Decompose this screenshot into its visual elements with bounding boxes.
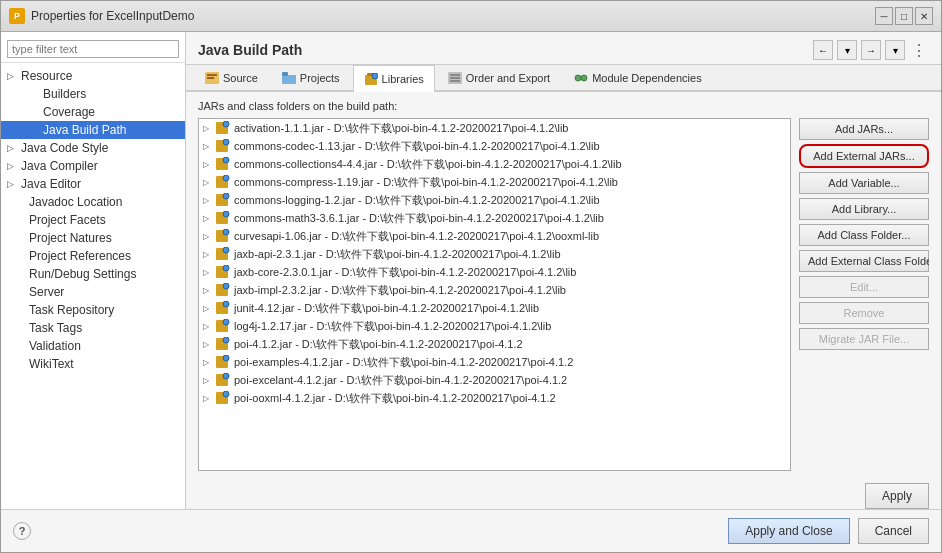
add-class-folder-button[interactable]: Add Class Folder... xyxy=(799,224,929,246)
jar-file-icon xyxy=(215,337,231,351)
sidebar-item-resource[interactable]: ▷ Resource xyxy=(1,67,185,85)
jar-item[interactable]: ▷ commons-math3-3.6.1.jar - D:\软件下载\poi-… xyxy=(199,209,790,227)
sidebar-item-javadoc-location[interactable]: Javadoc Location xyxy=(1,193,185,211)
edit-button[interactable]: Edit... xyxy=(799,276,929,298)
jar-item[interactable]: ▷ log4j-1.2.17.jar - D:\软件下载\poi-bin-4.1… xyxy=(199,317,790,335)
migrate-jar-button[interactable]: Migrate JAR File... xyxy=(799,328,929,350)
add-library-button[interactable]: Add Library... xyxy=(799,198,929,220)
sidebar-item-project-references[interactable]: Project References xyxy=(1,247,185,265)
close-button[interactable]: ✕ xyxy=(915,7,933,25)
buttons-panel: Add JARs... Add External JARs... Add Var… xyxy=(799,118,929,471)
jar-expand-icon: ▷ xyxy=(203,250,215,259)
maximize-button[interactable]: □ xyxy=(895,7,913,25)
jar-item[interactable]: ▷ jaxb-impl-2.3.2.jar - D:\软件下载\poi-bin-… xyxy=(199,281,790,299)
jar-item[interactable]: ▷ poi-examples-4.1.2.jar - D:\软件下载\poi-b… xyxy=(199,353,790,371)
jar-item[interactable]: ▷ commons-collections4-4.4.jar - D:\软件下载… xyxy=(199,155,790,173)
jar-item[interactable]: ▷ poi-excelant-4.1.2.jar - D:\软件下载\poi-b… xyxy=(199,371,790,389)
add-variable-button[interactable]: Add Variable... xyxy=(799,172,929,194)
sidebar-item-java-code-style[interactable]: ▷ Java Code Style xyxy=(1,139,185,157)
sidebar-item-server[interactable]: Server xyxy=(1,283,185,301)
sidebar-item-label: Server xyxy=(29,285,64,299)
svg-point-34 xyxy=(223,283,229,289)
jar-item[interactable]: ▷ activation-1.1.1.jar - D:\软件下载\poi-bin… xyxy=(199,119,790,137)
filter-input[interactable] xyxy=(7,40,179,58)
jar-item[interactable]: ▷ poi-ooxml-4.1.2.jar - D:\软件下载\poi-bin-… xyxy=(199,389,790,407)
sidebar-item-java-editor[interactable]: ▷ Java Editor xyxy=(1,175,185,193)
svg-point-26 xyxy=(223,211,229,217)
sidebar-item-java-compiler[interactable]: ▷ Java Compiler xyxy=(1,157,185,175)
sidebar-item-builders[interactable]: Builders xyxy=(1,85,185,103)
sidebar-item-label: Java Editor xyxy=(21,177,81,191)
content-area: JARs and class folders on the build path… xyxy=(186,92,941,479)
sidebar-item-coverage[interactable]: Coverage xyxy=(1,103,185,121)
sidebar-item-run-debug-settings[interactable]: Run/Debug Settings xyxy=(1,265,185,283)
jar-item[interactable]: ▷ poi-4.1.2.jar - D:\软件下载\poi-bin-4.1.2-… xyxy=(199,335,790,353)
tab-source[interactable]: Source xyxy=(194,65,269,90)
remove-button[interactable]: Remove xyxy=(799,302,929,324)
sidebar-item-validation[interactable]: Validation xyxy=(1,337,185,355)
jar-item[interactable]: ▷ junit-4.12.jar - D:\软件下载\poi-bin-4.1.2… xyxy=(199,299,790,317)
sidebar-item-task-repository[interactable]: Task Repository xyxy=(1,301,185,319)
sidebar-item-label: Java Build Path xyxy=(43,123,126,137)
forward-button[interactable]: → xyxy=(861,40,881,60)
svg-rect-2 xyxy=(207,77,214,79)
cancel-button[interactable]: Cancel xyxy=(858,518,929,544)
jar-file-icon xyxy=(215,193,231,207)
tab-order-export[interactable]: Order and Export xyxy=(437,65,561,90)
jar-item[interactable]: ▷ jaxb-core-2.3.0.1.jar - D:\软件下载\poi-bi… xyxy=(199,263,790,281)
jar-item-name: activation-1.1.1.jar - D:\软件下载\poi-bin-4… xyxy=(234,121,568,136)
svg-point-30 xyxy=(223,247,229,253)
more-options-button[interactable]: ⋮ xyxy=(909,41,929,60)
jar-expand-icon: ▷ xyxy=(203,268,215,277)
jar-item-name: jaxb-core-2.3.0.1.jar - D:\软件下载\poi-bin-… xyxy=(234,265,576,280)
jar-item-name: curvesapi-1.06.jar - D:\软件下载\poi-bin-4.1… xyxy=(234,229,599,244)
svg-point-22 xyxy=(223,175,229,181)
sidebar-item-task-tags[interactable]: Task Tags xyxy=(1,319,185,337)
back-button[interactable]: ← xyxy=(813,40,833,60)
svg-rect-9 xyxy=(450,74,460,76)
jar-item-name: commons-collections4-4.4.jar - D:\软件下载\p… xyxy=(234,157,622,172)
jar-item[interactable]: ▷ commons-compress-1.19.jar - D:\软件下载\po… xyxy=(199,173,790,191)
sidebar-item-label: Java Compiler xyxy=(21,159,98,173)
sidebar-item-label: Project Natures xyxy=(29,231,112,245)
help-button[interactable]: ? xyxy=(13,522,31,540)
add-external-class-folder-button[interactable]: Add External Class Folder... xyxy=(799,250,929,272)
svg-rect-1 xyxy=(207,74,217,76)
tab-libraries[interactable]: Libraries xyxy=(353,65,435,92)
tabs-bar: Source Projects xyxy=(186,65,941,92)
content-label: JARs and class folders on the build path… xyxy=(198,100,929,112)
sidebar-item-project-facets[interactable]: Project Facets xyxy=(1,211,185,229)
sidebar-item-project-natures[interactable]: Project Natures xyxy=(1,229,185,247)
svg-point-44 xyxy=(223,373,229,379)
jar-item-name: poi-ooxml-4.1.2.jar - D:\软件下载\poi-bin-4.… xyxy=(234,391,556,406)
jar-file-icon xyxy=(215,121,231,135)
nav-dropdown-button[interactable]: ▾ xyxy=(837,40,857,60)
filter-wrap xyxy=(1,36,185,63)
add-external-jars-button[interactable]: Add External JARs... xyxy=(799,144,929,168)
apply-button[interactable]: Apply xyxy=(865,483,929,509)
jar-expand-icon: ▷ xyxy=(203,376,215,385)
jar-file-icon xyxy=(215,265,231,279)
sidebar-item-label: Coverage xyxy=(43,105,95,119)
jar-item[interactable]: ▷ commons-codec-1.13.jar - D:\软件下载\poi-b… xyxy=(199,137,790,155)
title-bar-controls: ─ □ ✕ xyxy=(875,7,933,25)
tab-module-dependencies[interactable]: Module Dependencies xyxy=(563,65,712,90)
jar-item-name: commons-math3-3.6.1.jar - D:\软件下载\poi-bi… xyxy=(234,211,604,226)
jar-item[interactable]: ▷ jaxb-api-2.3.1.jar - D:\软件下载\poi-bin-4… xyxy=(199,245,790,263)
jar-list[interactable]: ▷ activation-1.1.1.jar - D:\软件下载\poi-bin… xyxy=(198,118,791,471)
expand-arrow: ▷ xyxy=(7,143,17,153)
minimize-button[interactable]: ─ xyxy=(875,7,893,25)
svg-point-20 xyxy=(223,157,229,163)
jar-item[interactable]: ▷ curvesapi-1.06.jar - D:\软件下载\poi-bin-4… xyxy=(199,227,790,245)
jar-item[interactable]: ▷ commons-logging-1.2.jar - D:\软件下载\poi-… xyxy=(199,191,790,209)
tab-libraries-label: Libraries xyxy=(382,73,424,85)
jar-file-icon xyxy=(215,175,231,189)
apply-and-close-button[interactable]: Apply and Close xyxy=(728,518,849,544)
apply-wrap: Apply xyxy=(186,479,941,509)
tab-projects[interactable]: Projects xyxy=(271,65,351,90)
sidebar-item-java-build-path[interactable]: Java Build Path xyxy=(1,121,185,139)
forward-dropdown-button[interactable]: ▾ xyxy=(885,40,905,60)
add-jars-button[interactable]: Add JARs... xyxy=(799,118,929,140)
sidebar-item-wikitext[interactable]: WikiText xyxy=(1,355,185,373)
jar-expand-icon: ▷ xyxy=(203,214,215,223)
